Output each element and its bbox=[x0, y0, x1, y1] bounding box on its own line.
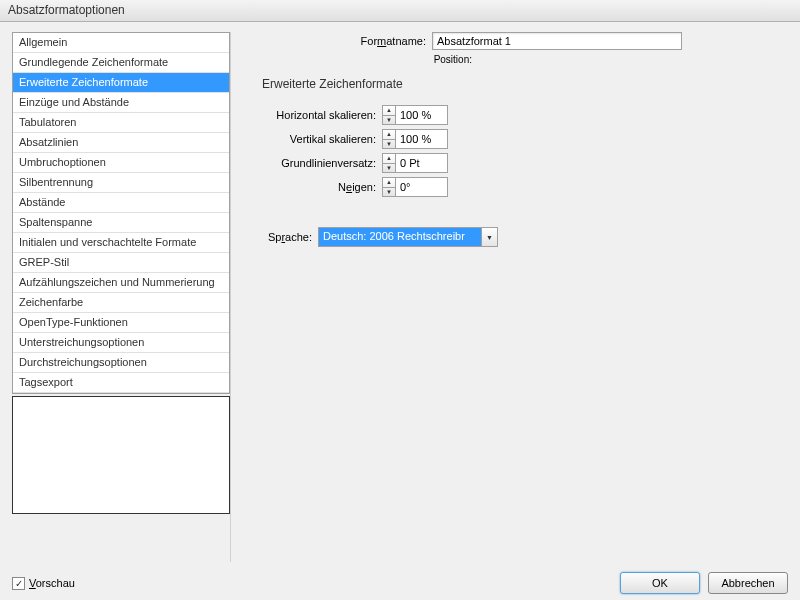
formatname-row: Formatname: bbox=[262, 32, 788, 50]
category-item[interactable]: GREP-Stil bbox=[13, 253, 229, 273]
category-item[interactable]: Silbentrennung bbox=[13, 173, 229, 193]
chevron-down-icon[interactable]: ▼ bbox=[482, 227, 498, 247]
formatname-input[interactable] bbox=[432, 32, 682, 50]
dialog-footer: ✓ Vorschau OK Abbrechen bbox=[0, 566, 800, 600]
vscale-spinner[interactable]: ▲ ▼ bbox=[382, 129, 448, 149]
baseline-input[interactable] bbox=[396, 153, 448, 173]
category-item[interactable]: Tagsexport bbox=[13, 373, 229, 393]
formatname-label: Formatname: bbox=[262, 35, 432, 47]
category-item[interactable]: Einzüge und Abstände bbox=[13, 93, 229, 113]
cancel-button[interactable]: Abbrechen bbox=[708, 572, 788, 594]
category-item[interactable]: Initialen und verschachtelte Formate bbox=[13, 233, 229, 253]
category-item[interactable]: Absatzlinien bbox=[13, 133, 229, 153]
chevron-up-icon[interactable]: ▲ bbox=[383, 178, 395, 188]
chevron-up-icon[interactable]: ▲ bbox=[383, 154, 395, 164]
dialog-content: AllgemeinGrundlegende ZeichenformateErwe… bbox=[0, 22, 800, 562]
sidebar: AllgemeinGrundlegende ZeichenformateErwe… bbox=[12, 32, 230, 562]
baseline-spinner[interactable]: ▲ ▼ bbox=[382, 153, 448, 173]
baseline-stepper[interactable]: ▲ ▼ bbox=[382, 153, 396, 173]
category-item[interactable]: Tabulatoren bbox=[13, 113, 229, 133]
preview-checkbox-wrap[interactable]: ✓ Vorschau bbox=[12, 577, 75, 590]
preview-checkbox[interactable]: ✓ bbox=[12, 577, 25, 590]
hscale-stepper[interactable]: ▲ ▼ bbox=[382, 105, 396, 125]
vscale-input[interactable] bbox=[396, 129, 448, 149]
style-preview-box bbox=[12, 396, 230, 514]
main-panel: Formatname: Position: Erweiterte Zeichen… bbox=[246, 32, 788, 562]
chevron-down-icon[interactable]: ▼ bbox=[383, 188, 395, 197]
category-item[interactable]: Umbruchoptionen bbox=[13, 153, 229, 173]
category-item[interactable]: Unterstreichungsoptionen bbox=[13, 333, 229, 353]
language-row: Sprache: Deutsch: 2006 Rechtschreibr ▼ bbox=[262, 227, 788, 247]
position-row: Position: bbox=[262, 54, 788, 65]
sidebar-scrollbar[interactable] bbox=[230, 32, 246, 562]
skew-label: Neigen: bbox=[262, 181, 382, 193]
language-dropdown[interactable]: Deutsch: 2006 Rechtschreibr ▼ bbox=[318, 227, 498, 247]
baseline-row: Grundlinienversatz: ▲ ▼ bbox=[262, 153, 788, 173]
hscale-label: Horizontal skalieren: bbox=[262, 109, 382, 121]
category-item[interactable]: OpenType-Funktionen bbox=[13, 313, 229, 333]
language-label: Sprache: bbox=[262, 231, 318, 243]
category-item[interactable]: Abstände bbox=[13, 193, 229, 213]
hscale-row: Horizontal skalieren: ▲ ▼ bbox=[262, 105, 788, 125]
window-title: Absatzformatoptionen bbox=[8, 3, 125, 17]
chevron-down-icon[interactable]: ▼ bbox=[383, 140, 395, 149]
skew-input[interactable] bbox=[396, 177, 448, 197]
chevron-up-icon[interactable]: ▲ bbox=[383, 130, 395, 140]
hscale-input[interactable] bbox=[396, 105, 448, 125]
category-item[interactable]: Allgemein bbox=[13, 33, 229, 53]
language-value: Deutsch: 2006 Rechtschreibr bbox=[318, 227, 482, 247]
skew-stepper[interactable]: ▲ ▼ bbox=[382, 177, 396, 197]
vscale-stepper[interactable]: ▲ ▼ bbox=[382, 129, 396, 149]
baseline-label: Grundlinienversatz: bbox=[262, 157, 382, 169]
skew-row: Neigen: ▲ ▼ bbox=[262, 177, 788, 197]
category-item[interactable]: Durchstreichungsoptionen bbox=[13, 353, 229, 373]
category-item[interactable]: Grundlegende Zeichenformate bbox=[13, 53, 229, 73]
preview-label: Vorschau bbox=[29, 577, 75, 589]
chevron-up-icon[interactable]: ▲ bbox=[383, 106, 395, 116]
category-item[interactable]: Zeichenfarbe bbox=[13, 293, 229, 313]
hscale-spinner[interactable]: ▲ ▼ bbox=[382, 105, 448, 125]
chevron-down-icon[interactable]: ▼ bbox=[383, 164, 395, 173]
vscale-row: Vertikal skalieren: ▲ ▼ bbox=[262, 129, 788, 149]
skew-spinner[interactable]: ▲ ▼ bbox=[382, 177, 448, 197]
position-label: Position: bbox=[262, 54, 478, 65]
window-titlebar: Absatzformatoptionen bbox=[0, 0, 800, 22]
ok-button[interactable]: OK bbox=[620, 572, 700, 594]
vscale-label: Vertikal skalieren: bbox=[262, 133, 382, 145]
category-list[interactable]: AllgemeinGrundlegende ZeichenformateErwe… bbox=[12, 32, 230, 394]
chevron-down-icon[interactable]: ▼ bbox=[383, 116, 395, 125]
category-item[interactable]: Aufzählungszeichen und Nummerierung bbox=[13, 273, 229, 293]
panel-title: Erweiterte Zeichenformate bbox=[262, 77, 788, 91]
category-item[interactable]: Erweiterte Zeichenformate bbox=[13, 73, 229, 93]
category-item[interactable]: Spaltenspanne bbox=[13, 213, 229, 233]
